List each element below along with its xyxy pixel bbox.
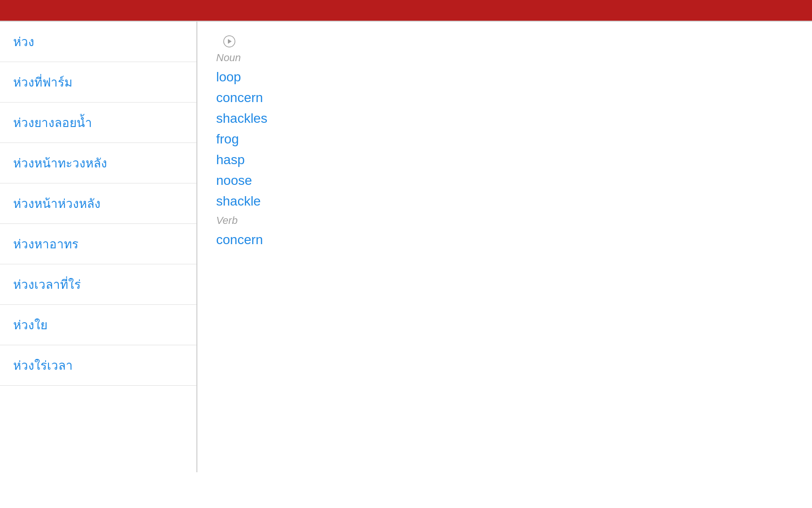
definition-item[interactable]: hasp (216, 150, 793, 170)
word-list-item[interactable]: ห่วงเวลาที่ใร่ (0, 264, 196, 305)
definitions-container: Nounloopconcernshacklesfroghaspnooseshac… (216, 52, 793, 250)
definition-item[interactable]: frog (216, 129, 793, 150)
definition-item[interactable]: shackle (216, 191, 793, 212)
pos-label: Noun (216, 52, 793, 64)
sound-icon[interactable] (223, 35, 236, 48)
definition-item[interactable]: loop (216, 67, 793, 87)
word-list-item[interactable]: ห่วง (0, 22, 196, 62)
word-list-item[interactable]: ห่วงที่ฟาร์ม (0, 62, 196, 103)
word-list: ห่วงห่วงที่ฟาร์มห่วงยางลอยน้ำห่วงหน้าทะว… (0, 22, 197, 472)
word-list-item[interactable]: ห่วงหาอาทร (0, 224, 196, 264)
svg-marker-1 (228, 39, 232, 44)
definition-item[interactable]: noose (216, 170, 793, 191)
word-list-item[interactable]: ห่วงหน้าห่วงหลัง (0, 183, 196, 224)
pos-label: Verb (216, 214, 793, 227)
word-header (216, 35, 793, 48)
definition-item[interactable]: concern (216, 87, 793, 108)
definition-panel: Nounloopconcernshacklesfroghaspnooseshac… (197, 22, 812, 472)
word-list-item[interactable]: ห่วงหน้าทะวงหลัง (0, 143, 196, 183)
word-list-item[interactable]: ห่วงใร่เวลา (0, 345, 196, 386)
definition-item[interactable]: concern (216, 230, 793, 250)
definition-item[interactable]: shackles (216, 108, 793, 129)
content-area: ห่วงห่วงที่ฟาร์มห่วงยางลอยน้ำห่วงหน้าทะว… (0, 21, 812, 472)
ad-banner[interactable] (0, 0, 812, 21)
word-list-item[interactable]: ห่วงใย (0, 305, 196, 345)
word-list-item[interactable]: ห่วงยางลอยน้ำ (0, 103, 196, 143)
